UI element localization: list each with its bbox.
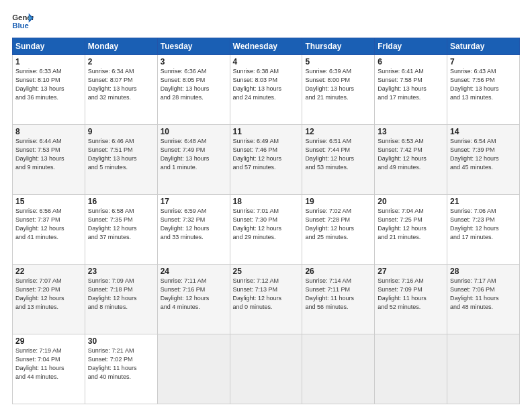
day-number: 5 xyxy=(305,57,371,66)
day-info: Sunrise: 6:53 AMSunset: 7:42 PMDaylight:… xyxy=(378,137,444,172)
table-row: 12Sunrise: 6:51 AMSunset: 7:44 PMDayligh… xyxy=(302,125,375,195)
day-number: 4 xyxy=(233,57,300,66)
day-number: 25 xyxy=(233,267,300,276)
table-row: 24Sunrise: 7:11 AMSunset: 7:16 PMDayligh… xyxy=(157,265,230,334)
day-info: Sunrise: 6:34 AMSunset: 8:07 PMDaylight:… xyxy=(88,67,154,102)
day-number: 19 xyxy=(305,197,371,206)
table-row: 5Sunrise: 6:39 AMSunset: 8:00 PMDaylight… xyxy=(302,55,375,125)
day-number: 29 xyxy=(15,336,82,346)
table-row: 9Sunrise: 6:46 AMSunset: 7:51 PMDaylight… xyxy=(85,125,157,195)
day-number: 30 xyxy=(88,336,154,346)
table-row: 16Sunrise: 6:58 AMSunset: 7:35 PMDayligh… xyxy=(85,195,157,265)
table-row: 4Sunrise: 6:38 AMSunset: 8:03 PMDaylight… xyxy=(230,55,302,125)
day-info: Sunrise: 7:21 AMSunset: 7:02 PMDaylight:… xyxy=(88,347,154,381)
weekday-header: Thursday xyxy=(302,38,375,55)
logo-icon: General Blue xyxy=(12,12,34,31)
page: General Blue SundayMondayTuesdayWednesda… xyxy=(0,0,532,411)
table-row xyxy=(375,334,447,404)
table-row: 11Sunrise: 6:49 AMSunset: 7:46 PMDayligh… xyxy=(230,125,302,195)
table-row: 25Sunrise: 7:12 AMSunset: 7:13 PMDayligh… xyxy=(230,265,302,334)
table-row: 17Sunrise: 6:59 AMSunset: 7:32 PMDayligh… xyxy=(157,195,230,265)
day-number: 7 xyxy=(450,57,517,66)
table-row xyxy=(302,334,375,404)
day-number: 6 xyxy=(378,57,444,66)
day-info: Sunrise: 7:17 AMSunset: 7:06 PMDaylight:… xyxy=(450,277,517,312)
table-row: 2Sunrise: 6:34 AMSunset: 8:07 PMDaylight… xyxy=(85,55,157,125)
day-info: Sunrise: 7:11 AMSunset: 7:16 PMDaylight:… xyxy=(161,277,227,312)
table-row: 26Sunrise: 7:14 AMSunset: 7:11 PMDayligh… xyxy=(302,265,375,334)
day-number: 23 xyxy=(88,267,154,276)
logo: General Blue xyxy=(12,12,34,31)
day-number: 9 xyxy=(88,127,154,136)
table-row: 29Sunrise: 7:19 AMSunset: 7:04 PMDayligh… xyxy=(13,334,85,404)
weekday-header: Saturday xyxy=(447,38,520,55)
day-number: 10 xyxy=(161,127,227,136)
table-row: 28Sunrise: 7:17 AMSunset: 7:06 PMDayligh… xyxy=(447,265,520,334)
day-info: Sunrise: 6:49 AMSunset: 7:46 PMDaylight:… xyxy=(233,137,300,172)
day-number: 26 xyxy=(305,267,371,276)
table-row: 19Sunrise: 7:02 AMSunset: 7:28 PMDayligh… xyxy=(302,195,375,265)
day-info: Sunrise: 6:51 AMSunset: 7:44 PMDaylight:… xyxy=(305,137,371,172)
weekday-header: Monday xyxy=(85,38,157,55)
day-info: Sunrise: 6:56 AMSunset: 7:37 PMDaylight:… xyxy=(15,207,82,242)
table-row: 21Sunrise: 7:06 AMSunset: 7:23 PMDayligh… xyxy=(447,195,520,265)
day-number: 11 xyxy=(233,127,300,136)
day-info: Sunrise: 6:58 AMSunset: 7:35 PMDaylight:… xyxy=(88,207,154,242)
day-info: Sunrise: 6:48 AMSunset: 7:49 PMDaylight:… xyxy=(161,137,227,172)
header: General Blue xyxy=(12,12,520,31)
table-row: 18Sunrise: 7:01 AMSunset: 7:30 PMDayligh… xyxy=(230,195,302,265)
table-row xyxy=(447,334,520,404)
day-info: Sunrise: 6:46 AMSunset: 7:51 PMDaylight:… xyxy=(88,137,154,172)
table-row: 22Sunrise: 7:07 AMSunset: 7:20 PMDayligh… xyxy=(13,265,85,334)
day-info: Sunrise: 6:36 AMSunset: 8:05 PMDaylight:… xyxy=(161,67,227,102)
day-info: Sunrise: 6:41 AMSunset: 7:58 PMDaylight:… xyxy=(378,67,444,102)
day-number: 8 xyxy=(15,127,82,136)
weekday-header: Friday xyxy=(375,38,447,55)
day-info: Sunrise: 6:54 AMSunset: 7:39 PMDaylight:… xyxy=(450,137,517,172)
day-number: 3 xyxy=(161,57,227,66)
day-number: 1 xyxy=(15,57,82,66)
table-row: 20Sunrise: 7:04 AMSunset: 7:25 PMDayligh… xyxy=(375,195,447,265)
weekday-header: Sunday xyxy=(13,38,85,55)
table-row xyxy=(157,334,230,404)
day-info: Sunrise: 7:07 AMSunset: 7:20 PMDaylight:… xyxy=(15,277,82,312)
table-row: 13Sunrise: 6:53 AMSunset: 7:42 PMDayligh… xyxy=(375,125,447,195)
day-info: Sunrise: 7:06 AMSunset: 7:23 PMDaylight:… xyxy=(450,207,517,242)
day-number: 24 xyxy=(161,267,227,276)
table-row: 3Sunrise: 6:36 AMSunset: 8:05 PMDaylight… xyxy=(157,55,230,125)
day-info: Sunrise: 7:09 AMSunset: 7:18 PMDaylight:… xyxy=(88,277,154,312)
day-number: 16 xyxy=(88,197,154,206)
day-number: 14 xyxy=(450,127,517,136)
day-info: Sunrise: 6:39 AMSunset: 8:00 PMDaylight:… xyxy=(305,67,371,102)
svg-text:Blue: Blue xyxy=(12,21,29,30)
day-info: Sunrise: 6:38 AMSunset: 8:03 PMDaylight:… xyxy=(233,67,300,102)
day-info: Sunrise: 7:02 AMSunset: 7:28 PMDaylight:… xyxy=(305,207,371,242)
table-row: 8Sunrise: 6:44 AMSunset: 7:53 PMDaylight… xyxy=(13,125,85,195)
table-row: 7Sunrise: 6:43 AMSunset: 7:56 PMDaylight… xyxy=(447,55,520,125)
day-info: Sunrise: 7:14 AMSunset: 7:11 PMDaylight:… xyxy=(305,277,371,312)
day-number: 15 xyxy=(15,197,82,206)
day-number: 18 xyxy=(233,197,300,206)
day-info: Sunrise: 7:04 AMSunset: 7:25 PMDaylight:… xyxy=(378,207,444,242)
day-info: Sunrise: 7:01 AMSunset: 7:30 PMDaylight:… xyxy=(233,207,300,242)
day-info: Sunrise: 7:19 AMSunset: 7:04 PMDaylight:… xyxy=(15,347,82,381)
day-number: 12 xyxy=(305,127,371,136)
table-row: 27Sunrise: 7:16 AMSunset: 7:09 PMDayligh… xyxy=(375,265,447,334)
table-row: 14Sunrise: 6:54 AMSunset: 7:39 PMDayligh… xyxy=(447,125,520,195)
day-number: 27 xyxy=(378,267,444,276)
day-number: 21 xyxy=(450,197,517,206)
calendar: SundayMondayTuesdayWednesdayThursdayFrid… xyxy=(12,38,520,404)
table-row: 6Sunrise: 6:41 AMSunset: 7:58 PMDaylight… xyxy=(375,55,447,125)
day-number: 20 xyxy=(378,197,444,206)
table-row: 1Sunrise: 6:33 AMSunset: 8:10 PMDaylight… xyxy=(13,55,85,125)
weekday-header: Tuesday xyxy=(157,38,230,55)
day-number: 22 xyxy=(15,267,82,276)
day-info: Sunrise: 6:33 AMSunset: 8:10 PMDaylight:… xyxy=(15,67,82,102)
table-row: 10Sunrise: 6:48 AMSunset: 7:49 PMDayligh… xyxy=(157,125,230,195)
day-number: 17 xyxy=(161,197,227,206)
weekday-header: Wednesday xyxy=(230,38,302,55)
day-info: Sunrise: 6:44 AMSunset: 7:53 PMDaylight:… xyxy=(15,137,82,172)
table-row: 15Sunrise: 6:56 AMSunset: 7:37 PMDayligh… xyxy=(13,195,85,265)
day-number: 2 xyxy=(88,57,154,66)
table-row xyxy=(230,334,302,404)
